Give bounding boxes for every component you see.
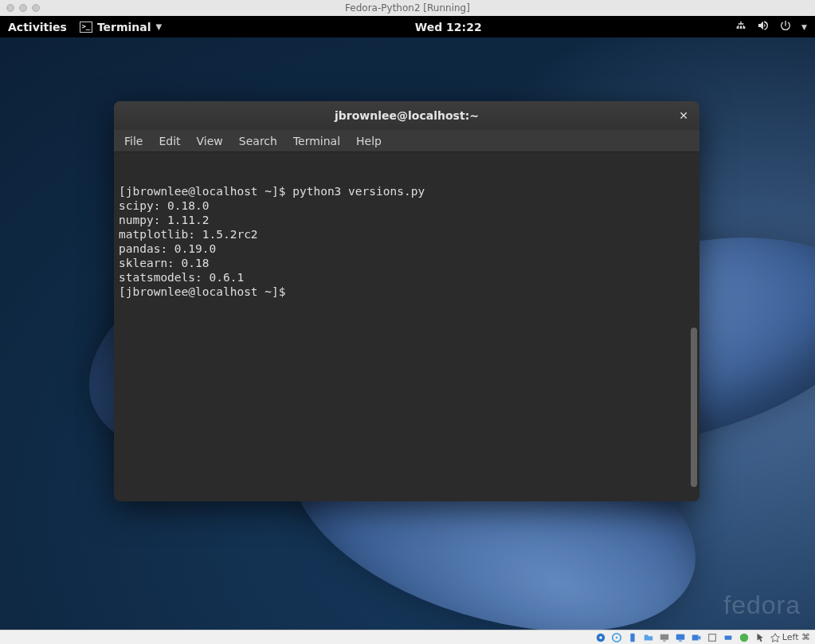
menu-help[interactable]: Help bbox=[349, 133, 389, 149]
terminal-titlebar[interactable]: jbrownlee@localhost:~ ✕ bbox=[114, 101, 699, 130]
menu-terminal[interactable]: Terminal bbox=[286, 133, 347, 149]
mouse-integration-icon[interactable] bbox=[754, 631, 766, 644]
terminal-window: jbrownlee@localhost:~ ✕ File Edit View S… bbox=[114, 101, 699, 501]
zoom-dot-icon[interactable] bbox=[32, 4, 40, 12]
svg-rect-4 bbox=[630, 633, 634, 642]
hard-disk-icon[interactable] bbox=[594, 631, 607, 644]
power-icon[interactable] bbox=[779, 19, 792, 34]
fedora-logo-text: fedora bbox=[723, 591, 801, 619]
close-icon: ✕ bbox=[679, 109, 688, 122]
fedora-logo: fedora bbox=[723, 591, 801, 620]
terminal-menubar: File Edit View Search Terminal Help bbox=[114, 130, 699, 152]
svg-point-12 bbox=[740, 633, 749, 642]
svg-rect-8 bbox=[679, 640, 682, 641]
clock-button[interactable]: Wed 12:22 bbox=[415, 21, 482, 33]
minimize-dot-icon[interactable] bbox=[19, 4, 27, 12]
terminal-content[interactable]: [jbrownlee@localhost ~]$ python3 version… bbox=[114, 152, 699, 501]
svg-rect-11 bbox=[724, 635, 731, 639]
svg-rect-10 bbox=[708, 634, 715, 641]
menu-edit[interactable]: Edit bbox=[151, 133, 187, 149]
audio-icon[interactable] bbox=[706, 631, 719, 644]
app-menu-button[interactable]: >_ Terminal ▼ bbox=[80, 21, 162, 33]
virtualbox-statusbar: Left ⌘ bbox=[0, 630, 815, 644]
gnome-topbar: Activities >_ Terminal ▼ Wed 12:22 ▼ bbox=[0, 16, 815, 37]
scrollbar-thumb[interactable] bbox=[691, 328, 697, 487]
menu-view[interactable]: View bbox=[190, 133, 230, 149]
close-dot-icon[interactable] bbox=[6, 4, 14, 12]
menu-search[interactable]: Search bbox=[232, 133, 284, 149]
host-window-controls bbox=[6, 4, 40, 12]
app-menu-label: Terminal bbox=[97, 21, 151, 33]
recording-icon[interactable] bbox=[690, 631, 703, 644]
display-icon[interactable] bbox=[658, 631, 671, 644]
desktop: jbrownlee@localhost:~ ✕ File Edit View S… bbox=[0, 37, 815, 630]
svg-point-3 bbox=[615, 636, 617, 638]
terminal-lines: [jbrownlee@localhost ~]$ python3 version… bbox=[119, 184, 695, 299]
usb-icon[interactable] bbox=[626, 631, 639, 644]
svg-rect-6 bbox=[663, 640, 666, 641]
svg-rect-7 bbox=[676, 634, 685, 639]
host-key-indicator[interactable]: Left ⌘ bbox=[770, 632, 810, 643]
svg-point-1 bbox=[599, 636, 602, 639]
menu-file[interactable]: File bbox=[117, 133, 150, 149]
activities-button[interactable]: Activities bbox=[8, 21, 67, 33]
host-window-title: Fedora-Python2 [Running] bbox=[0, 2, 815, 14]
optical-disk-icon[interactable] bbox=[610, 631, 623, 644]
svg-rect-9 bbox=[692, 634, 699, 640]
system-menu-chevron-icon[interactable]: ▼ bbox=[801, 23, 807, 31]
host-key-label: Left ⌘ bbox=[782, 632, 810, 642]
terminal-title: jbrownlee@localhost:~ bbox=[335, 109, 479, 122]
window-close-button[interactable]: ✕ bbox=[676, 108, 692, 124]
svg-rect-5 bbox=[660, 634, 669, 639]
shared-folder-icon[interactable] bbox=[642, 631, 655, 644]
display-2-icon[interactable] bbox=[674, 631, 687, 644]
network-adapter-icon[interactable] bbox=[722, 631, 735, 644]
network-icon[interactable] bbox=[735, 19, 747, 34]
terminal-icon: >_ bbox=[80, 22, 92, 33]
volume-icon[interactable] bbox=[757, 19, 770, 34]
chevron-down-icon: ▼ bbox=[156, 22, 163, 31]
host-window-titlebar: Fedora-Python2 [Running] bbox=[0, 0, 815, 16]
clipboard-icon[interactable] bbox=[738, 631, 750, 644]
